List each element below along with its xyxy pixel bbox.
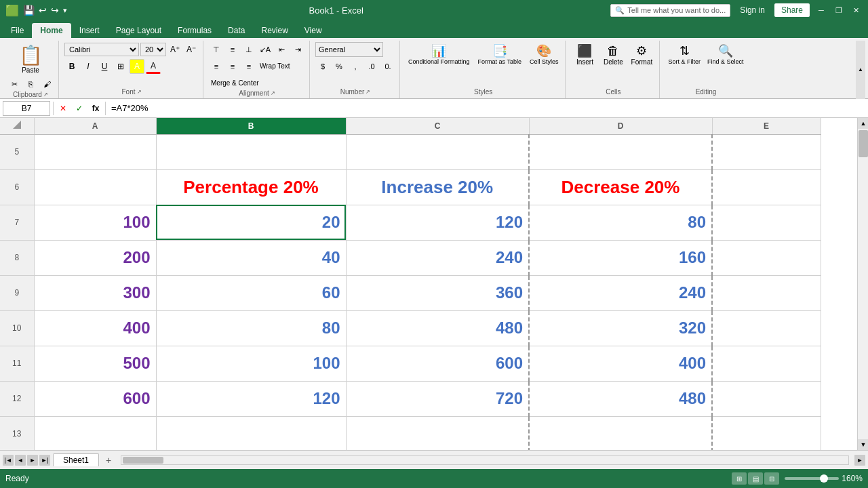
- row-header-9[interactable]: 9: [0, 275, 34, 310]
- decrease-font-size-button[interactable]: A⁻: [184, 42, 199, 57]
- underline-button[interactable]: U: [97, 59, 112, 74]
- cell-c9[interactable]: 360: [346, 275, 529, 310]
- tab-file[interactable]: File: [3, 23, 32, 38]
- row-header-11[interactable]: 11: [0, 346, 34, 381]
- sheet-tab-sheet1[interactable]: Sheet1: [53, 453, 99, 466]
- row-header-7[interactable]: 7: [0, 205, 34, 240]
- align-middle-button[interactable]: ≡: [225, 42, 240, 57]
- cell-a9[interactable]: 300: [34, 275, 156, 310]
- cell-b7[interactable]: 20: [156, 205, 346, 240]
- cell-b10[interactable]: 80: [156, 310, 346, 346]
- cell-b11[interactable]: 100: [156, 346, 346, 381]
- cell-a12[interactable]: 600: [34, 381, 156, 416]
- share-button[interactable]: Share: [774, 3, 810, 17]
- col-header-c[interactable]: C: [346, 118, 529, 134]
- tab-home[interactable]: Home: [32, 23, 71, 38]
- font-color-button[interactable]: A: [146, 59, 161, 74]
- fill-color-button[interactable]: A: [130, 59, 144, 74]
- cell-e8[interactable]: [712, 240, 821, 275]
- ribbon-scroll-up[interactable]: ▲: [856, 41, 865, 99]
- cell-a8[interactable]: 200: [34, 240, 156, 275]
- find-select-button[interactable]: 🔍 Find & Select: [705, 42, 747, 66]
- align-bottom-button[interactable]: ⊥: [241, 42, 256, 57]
- align-right-button[interactable]: ≡: [241, 59, 256, 74]
- align-left-button[interactable]: ≡: [209, 59, 224, 74]
- border-button[interactable]: ⊞: [113, 59, 128, 74]
- col-header-a[interactable]: A: [34, 118, 156, 134]
- font-name-select[interactable]: Calibri: [64, 43, 139, 56]
- scroll-up-button[interactable]: ▲: [858, 118, 868, 129]
- cell-styles-button[interactable]: 🎨 Cell Styles: [527, 42, 561, 66]
- sheet-scroll-last[interactable]: ►|: [39, 455, 50, 466]
- copy-button[interactable]: ⎘: [23, 77, 38, 91]
- cell-d11[interactable]: 400: [529, 346, 712, 381]
- normal-view-button[interactable]: ⊞: [732, 472, 747, 485]
- row-header-12[interactable]: 12: [0, 381, 34, 416]
- text-direction-button[interactable]: ↙A: [258, 42, 273, 57]
- scroll-thumb[interactable]: [859, 130, 868, 157]
- h-scroll-thumb[interactable]: [123, 457, 163, 464]
- increase-decimal-button[interactable]: .0: [364, 59, 379, 74]
- cell-e12[interactable]: [712, 381, 821, 416]
- cell-b13[interactable]: [156, 416, 346, 450]
- close-button[interactable]: ✕: [850, 4, 863, 16]
- add-sheet-button[interactable]: +: [102, 453, 115, 467]
- tab-insert[interactable]: Insert: [71, 23, 108, 38]
- decrease-decimal-button[interactable]: 0.: [380, 59, 395, 74]
- format-button[interactable]: ⚙ Format: [628, 42, 655, 67]
- cell-d5[interactable]: [529, 134, 712, 169]
- quick-access-undo[interactable]: ↩: [39, 5, 47, 16]
- cell-c12[interactable]: 720: [346, 381, 529, 416]
- cell-b5[interactable]: [156, 134, 346, 169]
- zoom-thumb[interactable]: [820, 474, 828, 483]
- cell-e7[interactable]: [712, 205, 821, 240]
- font-size-select[interactable]: 20: [140, 43, 166, 56]
- indent-increase-button[interactable]: ⇥: [290, 42, 305, 57]
- cell-c8[interactable]: 240: [346, 240, 529, 275]
- cell-b12[interactable]: 120: [156, 381, 346, 416]
- cell-e10[interactable]: [712, 310, 821, 346]
- cell-d13[interactable]: [529, 416, 712, 450]
- sheet-scroll-prev[interactable]: ◄: [15, 455, 26, 466]
- paste-button[interactable]: 📋 Paste: [15, 42, 46, 76]
- grid-scroll[interactable]: A B C D E 56Percentage 20%Increase 20%De…: [0, 118, 857, 450]
- cell-d9[interactable]: 240: [529, 275, 712, 310]
- alignment-expand-icon[interactable]: ↗: [271, 90, 275, 96]
- cell-c7[interactable]: 120: [346, 205, 529, 240]
- cell-a11[interactable]: 500: [34, 346, 156, 381]
- number-expand-icon[interactable]: ↗: [366, 89, 370, 95]
- cell-d7[interactable]: 80: [529, 205, 712, 240]
- cell-d12[interactable]: 480: [529, 381, 712, 416]
- cell-b6[interactable]: Percentage 20%: [156, 169, 346, 205]
- wrap-text-button[interactable]: Wrap Text: [258, 59, 292, 73]
- cell-c6[interactable]: Increase 20%: [346, 169, 529, 205]
- italic-button[interactable]: I: [81, 59, 96, 74]
- sheet-scroll-next[interactable]: ►: [27, 455, 38, 466]
- cell-d6[interactable]: Decrease 20%: [529, 169, 712, 205]
- clipboard-expand-icon[interactable]: ↗: [43, 92, 48, 98]
- page-break-view-button[interactable]: ⊟: [764, 472, 779, 485]
- format-as-table-button[interactable]: 📑 Format as Table: [475, 42, 524, 66]
- confirm-formula-button[interactable]: ✓: [73, 102, 86, 115]
- cell-c11[interactable]: 600: [346, 346, 529, 381]
- tab-formulas[interactable]: Formulas: [170, 23, 220, 38]
- font-expand-icon[interactable]: ↗: [137, 89, 142, 95]
- align-top-button[interactable]: ⊤: [209, 42, 224, 57]
- cell-e9[interactable]: [712, 275, 821, 310]
- row-header-13[interactable]: 13: [0, 416, 34, 450]
- formula-input[interactable]: [108, 101, 865, 116]
- vertical-scrollbar[interactable]: ▲ ▼: [857, 118, 868, 450]
- cell-a7[interactable]: 100: [34, 205, 156, 240]
- help-search[interactable]: 🔍 Tell me what you want to do...: [610, 4, 730, 17]
- tab-view[interactable]: View: [296, 23, 330, 38]
- tab-page-layout[interactable]: Page Layout: [108, 23, 170, 38]
- quick-access-save[interactable]: 💾: [23, 5, 35, 16]
- cell-e5[interactable]: [712, 134, 821, 169]
- format-painter-button[interactable]: 🖌: [39, 77, 54, 91]
- page-layout-view-button[interactable]: ▤: [748, 472, 763, 485]
- cell-e11[interactable]: [712, 346, 821, 381]
- comma-button[interactable]: ,: [348, 59, 363, 74]
- cell-b8[interactable]: 40: [156, 240, 346, 275]
- indent-decrease-button[interactable]: ⇤: [274, 42, 289, 57]
- percent-button[interactable]: %: [332, 59, 347, 74]
